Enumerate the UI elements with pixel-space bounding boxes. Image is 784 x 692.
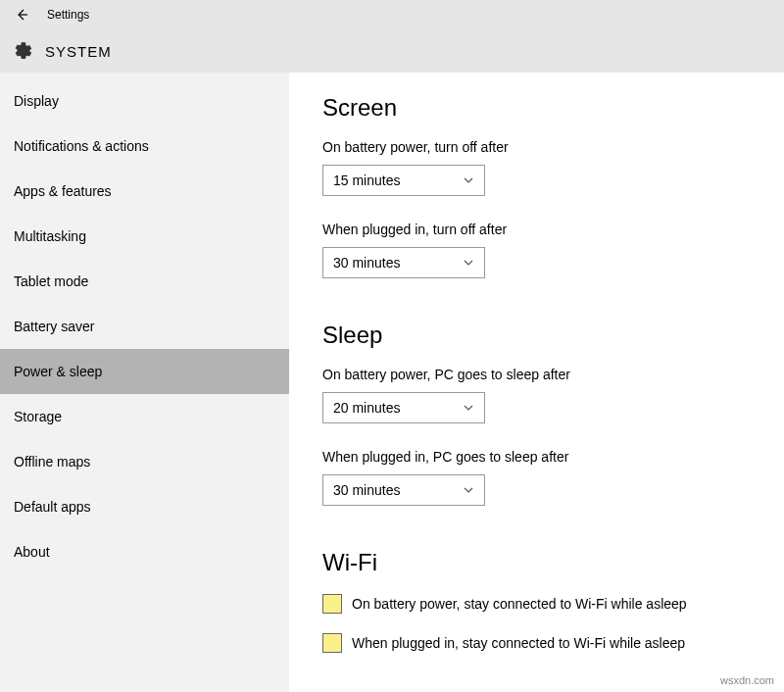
- sidebar-item-label: About: [14, 544, 50, 560]
- wifi-battery-row: On battery power, stay connected to Wi-F…: [322, 594, 784, 614]
- section-title-wifi: Wi-Fi: [322, 549, 784, 576]
- sidebar-item-multitasking[interactable]: Multitasking: [0, 214, 289, 259]
- titlebar: Settings: [0, 0, 784, 29]
- gear-icon: [12, 41, 31, 61]
- sidebar-item-apps[interactable]: Apps & features: [0, 169, 289, 214]
- sidebar-item-tablet-mode[interactable]: Tablet mode: [0, 259, 289, 304]
- titlebar-title: Settings: [47, 8, 89, 22]
- header-title: SYSTEM: [45, 43, 112, 60]
- sidebar-item-offline-maps[interactable]: Offline maps: [0, 439, 289, 484]
- wifi-battery-checkbox[interactable]: [322, 594, 342, 614]
- chevron-down-icon: [463, 484, 474, 496]
- sleep-plugged-label: When plugged in, PC goes to sleep after: [322, 449, 784, 465]
- sidebar-item-battery-saver[interactable]: Battery saver: [0, 304, 289, 349]
- dropdown-value: 15 minutes: [333, 173, 400, 188]
- wifi-plugged-label: When plugged in, stay connected to Wi-Fi…: [352, 635, 685, 651]
- chevron-down-icon: [463, 257, 474, 269]
- back-icon[interactable]: [14, 7, 29, 23]
- sidebar-item-label: Storage: [14, 409, 62, 424]
- sidebar-item-storage[interactable]: Storage: [0, 394, 289, 439]
- chevron-down-icon: [463, 402, 474, 414]
- content: Screen On battery power, turn off after …: [289, 73, 784, 692]
- sidebar-item-label: Tablet mode: [14, 273, 88, 289]
- screen-battery-label: On battery power, turn off after: [322, 139, 784, 155]
- wifi-plugged-row: When plugged in, stay connected to Wi-Fi…: [322, 633, 784, 653]
- header: SYSTEM: [0, 29, 784, 73]
- dropdown-value: 30 minutes: [333, 482, 400, 498]
- sleep-battery-label: On battery power, PC goes to sleep after: [322, 367, 784, 382]
- sidebar-item-label: Multitasking: [14, 228, 86, 244]
- sidebar-item-label: Default apps: [14, 499, 91, 515]
- sidebar-item-label: Notifications & actions: [14, 138, 149, 154]
- sidebar-item-display[interactable]: Display: [0, 78, 289, 124]
- sidebar-item-label: Display: [14, 93, 59, 109]
- section-title-screen: Screen: [322, 94, 784, 122]
- screen-plugged-dropdown[interactable]: 30 minutes: [322, 247, 485, 278]
- sleep-plugged-dropdown[interactable]: 30 minutes: [322, 474, 485, 506]
- sidebar-item-power-sleep[interactable]: Power & sleep: [0, 349, 289, 394]
- sidebar-item-label: Apps & features: [14, 183, 112, 199]
- screen-plugged-label: When plugged in, turn off after: [322, 222, 784, 237]
- sidebar-item-label: Power & sleep: [14, 364, 102, 379]
- sidebar-item-label: Offline maps: [14, 454, 90, 470]
- watermark: wsxdn.com: [720, 674, 774, 686]
- screen-battery-dropdown[interactable]: 15 minutes: [322, 165, 485, 196]
- sidebar-item-default-apps[interactable]: Default apps: [0, 484, 289, 529]
- wifi-plugged-checkbox[interactable]: [322, 633, 342, 653]
- sidebar-item-label: Battery saver: [14, 319, 94, 334]
- section-title-sleep: Sleep: [322, 321, 784, 349]
- sidebar: Display Notifications & actions Apps & f…: [0, 73, 289, 692]
- chevron-down-icon: [463, 174, 474, 186]
- dropdown-value: 30 minutes: [333, 255, 400, 271]
- sleep-battery-dropdown[interactable]: 20 minutes: [322, 392, 485, 423]
- sidebar-item-notifications[interactable]: Notifications & actions: [0, 124, 289, 169]
- sidebar-item-about[interactable]: About: [0, 529, 289, 574]
- dropdown-value: 20 minutes: [333, 400, 400, 416]
- wifi-battery-label: On battery power, stay connected to Wi-F…: [352, 596, 687, 612]
